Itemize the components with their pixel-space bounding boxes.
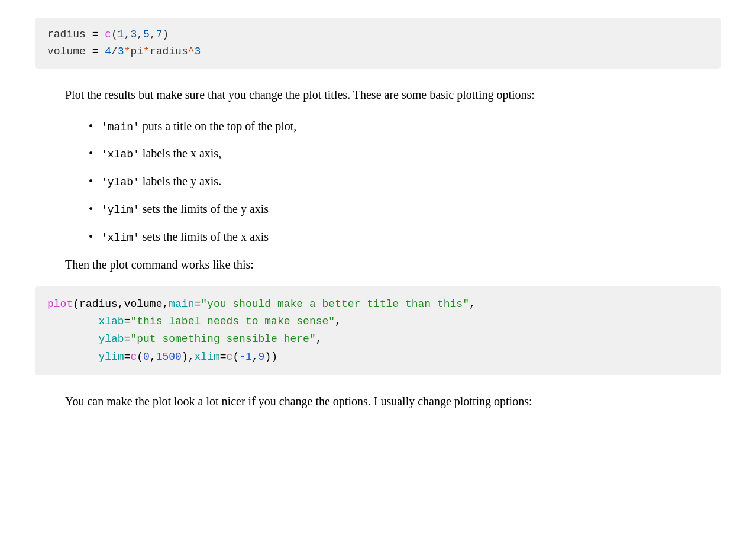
paragraph-3: You can make the plot look a lot nicer i… bbox=[65, 392, 721, 411]
list-item-text: 'ylim' sets the limits of the y axis bbox=[101, 199, 269, 219]
num-frac: 4 bbox=[105, 46, 111, 57]
num-exp: 3 bbox=[195, 46, 201, 57]
num-3: 3 bbox=[118, 46, 124, 57]
plot-args: radius,volume, bbox=[79, 298, 169, 310]
list-item-text: 'main' puts a title on the top of the pl… bbox=[101, 117, 296, 136]
var-radius2: radius bbox=[150, 46, 188, 57]
indent-space-4 bbox=[47, 351, 98, 363]
op-mul-1: * bbox=[124, 46, 131, 57]
paren-1: ( bbox=[73, 298, 79, 310]
param-main-val: "you should make a better title than thi… bbox=[201, 298, 469, 310]
code-block-2: plot(radius,volume,main="you should make… bbox=[35, 286, 721, 376]
equals-2: = bbox=[92, 46, 105, 57]
code-line-1: radius = c(1,3,5,7) bbox=[47, 26, 709, 43]
param-xlab-name: xlab bbox=[98, 315, 124, 327]
code-main: 'main' bbox=[101, 121, 140, 133]
var-volume: volume bbox=[47, 46, 86, 57]
func-plot: plot bbox=[47, 298, 73, 310]
paragraph-1: Plot the results but make sure that you … bbox=[65, 85, 721, 105]
code-ylab: 'ylab' bbox=[101, 176, 140, 188]
args-1: ( bbox=[111, 28, 118, 40]
num-4: 7 bbox=[156, 28, 163, 40]
list-item: 'ylim' sets the limits of the y axis bbox=[89, 199, 721, 219]
xlim-val1: -1 bbox=[239, 351, 252, 363]
param-ylim-name: ylim bbox=[98, 351, 124, 363]
param-ylab-val: "put something sensible here" bbox=[130, 333, 315, 345]
code-xlab: 'xlab' bbox=[101, 149, 140, 160]
num-3: 5 bbox=[143, 28, 150, 40]
code-ylim: 'ylim' bbox=[101, 204, 140, 216]
code-line-plot-1: plot(radius,volume,main="you should make… bbox=[47, 296, 709, 314]
list-item: 'main' puts a title on the top of the pl… bbox=[89, 117, 721, 136]
equals-1: = bbox=[92, 28, 105, 40]
ylim-val1: 0 bbox=[143, 351, 150, 363]
code-line-2: volume = 4/3*pi*radius^3 bbox=[47, 43, 709, 60]
indent-space-3 bbox=[47, 333, 98, 345]
code-xlim: 'xlim' bbox=[101, 232, 140, 244]
list-item-text: 'ylab' labels the y axis. bbox=[101, 172, 221, 191]
op-mul-2: * bbox=[143, 46, 150, 57]
paragraph-2: Then the plot command works like this: bbox=[65, 255, 721, 275]
xlim-val2: 9 bbox=[259, 351, 265, 363]
num-1: 1 bbox=[118, 28, 124, 40]
list-item: 'xlab' labels the x axis, bbox=[89, 144, 721, 163]
func-c-1: c bbox=[105, 28, 111, 40]
param-xlim-name: xlim bbox=[195, 351, 220, 363]
code-line-plot-2: xlab="this label needs to make sense", bbox=[47, 313, 709, 331]
var-radius: radius bbox=[47, 28, 86, 40]
op-caret: ^ bbox=[188, 46, 195, 57]
ylim-val2: 1500 bbox=[156, 351, 182, 363]
list-item-text: 'xlim' sets the limits of the x axis bbox=[101, 227, 269, 247]
code-line-plot-3: ylab="put something sensible here", bbox=[47, 331, 709, 349]
func-c-xlim: c bbox=[227, 351, 233, 363]
func-c-ylim: c bbox=[130, 351, 137, 363]
param-main-name: main bbox=[169, 298, 194, 310]
code-line-plot-4: ylim=c(0,1500),xlim=c(-1,9)) bbox=[47, 349, 709, 366]
param-xlab-val: "this label needs to make sense" bbox=[130, 315, 335, 327]
param-ylab-name: ylab bbox=[98, 333, 124, 345]
code-block-1: radius = c(1,3,5,7) volume = 4/3*pi*radi… bbox=[35, 18, 721, 69]
num-2: 3 bbox=[130, 28, 137, 40]
list-item: 'xlim' sets the limits of the x axis bbox=[89, 227, 721, 247]
bullet-list: 'main' puts a title on the top of the pl… bbox=[89, 117, 721, 247]
var-pi: pi bbox=[130, 46, 143, 57]
list-item-text: 'xlab' labels the x axis, bbox=[101, 144, 221, 163]
list-item: 'ylab' labels the y axis. bbox=[89, 172, 721, 191]
indent-space-2 bbox=[47, 315, 98, 327]
